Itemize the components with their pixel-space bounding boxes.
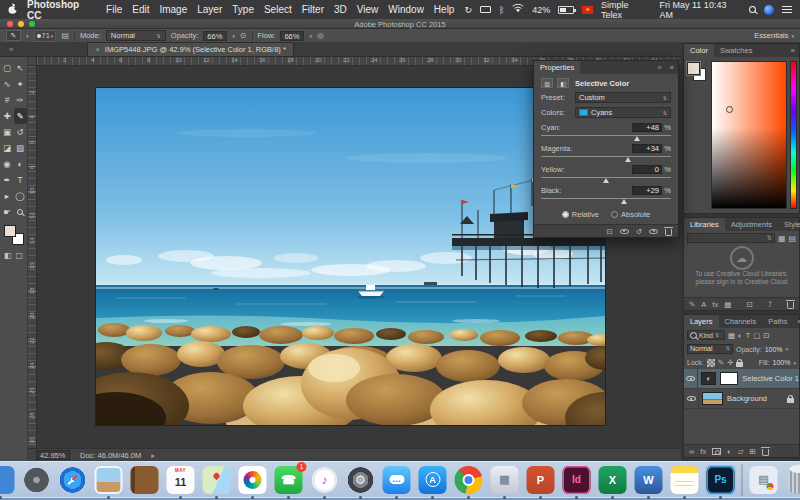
library-select[interactable]: ⇅ — [687, 233, 775, 243]
dock-preview[interactable] — [94, 465, 124, 495]
tool-crop[interactable]: # — [1, 92, 14, 108]
tab-libraries[interactable]: Libraries — [684, 218, 725, 231]
yellow-slider-thumb[interactable] — [603, 178, 609, 183]
menu-3d[interactable]: 3D — [334, 4, 347, 15]
cyan-value[interactable]: +48 — [632, 123, 662, 132]
photo-canvas[interactable] — [96, 88, 605, 425]
menu-view[interactable]: View — [357, 4, 379, 15]
relative-radio[interactable]: Relative — [562, 210, 599, 219]
filter-shape-icon[interactable]: ▢ — [753, 331, 760, 340]
link-layers-icon[interactable]: ∞ — [689, 447, 694, 456]
wifi-icon[interactable] — [512, 4, 524, 15]
screen-mode-icon[interactable]: ▢ — [16, 251, 24, 260]
tool-blur[interactable]: ◉ — [1, 156, 14, 172]
new-group-icon[interactable]: ▱ — [738, 447, 744, 456]
tab-close-icon[interactable]: × — [95, 45, 99, 54]
dock-system-preferences[interactable]: ⚙ — [346, 465, 376, 495]
apple-menu-icon[interactable] — [8, 3, 17, 16]
dock-trash[interactable] — [785, 465, 800, 495]
panel-menu-icon[interactable]: ≡ — [793, 315, 800, 328]
add-color-icon[interactable]: ▦ — [724, 300, 731, 309]
lock-position-icon[interactable]: ✛ — [727, 358, 733, 367]
tool-pen[interactable]: ✒ — [1, 172, 14, 188]
black-slider-thumb[interactable] — [621, 199, 627, 204]
airbrush-icon[interactable]: ◎ — [317, 31, 324, 40]
filter-kind-select[interactable]: Kind⇅ — [687, 330, 725, 340]
flow-caret-icon[interactable]: ▾ — [309, 33, 312, 39]
toggle-brush-panel-icon[interactable]: ▤ — [61, 31, 69, 40]
menu-clock[interactable]: Fri May 11 10:43 AM — [660, 0, 742, 20]
menu-type[interactable]: Type — [232, 4, 254, 15]
filter-smart-object-icon[interactable]: ⊡ — [763, 331, 769, 340]
tool-clone-stamp[interactable]: ▣ — [1, 124, 14, 140]
dock-safari[interactable] — [58, 465, 88, 495]
layer-opacity-value[interactable]: 100% — [765, 346, 783, 353]
adjustment-thumbnail[interactable]: ◐ — [701, 372, 716, 385]
list-view-icon[interactable]: ▤ — [788, 234, 796, 243]
blend-mode-select[interactable]: Normal⇅ — [106, 30, 166, 41]
ruler-corner[interactable] — [28, 57, 37, 66]
caret-down-icon[interactable]: ▾ — [786, 346, 789, 352]
mask-icon[interactable]: ◧ — [557, 78, 569, 88]
preset-select[interactable]: Custom⇅ — [575, 92, 671, 103]
display-icon[interactable] — [480, 6, 491, 13]
bluetooth-icon[interactable]: ᛒ — [499, 5, 504, 15]
tab-channels[interactable]: Channels — [719, 315, 763, 328]
dock-app-store[interactable]: A — [418, 465, 448, 495]
tool-rectangular-marquee[interactable]: ▢ — [1, 60, 14, 76]
tool-path-selection[interactable]: ▸ — [1, 188, 14, 204]
black-value[interactable]: +29 — [632, 186, 662, 195]
lock-all-icon[interactable] — [736, 362, 743, 367]
collapse-panel-icon[interactable]: » — [653, 61, 665, 74]
menu-file[interactable]: File — [106, 4, 122, 15]
document-tab[interactable]: × IMGP5448.JPG @ 42.9% (Selective Color … — [87, 42, 293, 56]
add-layer-mask-icon[interactable] — [712, 448, 721, 455]
dock-launchpad[interactable] — [22, 465, 52, 495]
dock-itunes[interactable]: ♪ — [310, 465, 340, 495]
dock-downloads[interactable]: ▤ — [749, 465, 779, 495]
tool-eyedropper[interactable]: ✑ — [14, 92, 27, 108]
view-previous-state-icon[interactable] — [620, 229, 629, 234]
tool-spot-healing[interactable]: ✚ — [1, 108, 14, 124]
add-character-style-icon[interactable]: A — [701, 300, 706, 309]
filter-pixel-icon[interactable]: ▦ — [728, 331, 735, 340]
quick-mask-icon[interactable]: ◧ — [4, 251, 12, 260]
tool-move[interactable]: ↖ — [14, 60, 27, 76]
tool-eraser[interactable]: ◪ — [1, 140, 14, 156]
input-source-label[interactable]: Simple Telex — [601, 0, 651, 20]
tool-dodge[interactable]: ◐ — [14, 156, 27, 172]
absolute-radio[interactable]: Absolute — [611, 210, 650, 219]
workspace-switcher[interactable]: Essentials ▾ — [754, 31, 794, 40]
fill-value[interactable]: 100% — [773, 359, 791, 366]
sync-icon[interactable]: ↻ — [464, 5, 472, 15]
dock-photos[interactable] — [238, 465, 268, 495]
vertical-ruler[interactable]: 24681012141618202224262830 — [28, 66, 37, 448]
dock-facetime[interactable]: ☎1 — [274, 465, 304, 495]
delete-layer-icon[interactable] — [762, 449, 769, 456]
tab-styles[interactable]: Styles — [778, 218, 800, 231]
dock-photoshop[interactable]: Ps — [706, 465, 736, 495]
dock-messages[interactable]: … — [382, 465, 412, 495]
grid-view-icon[interactable]: ▦ — [778, 234, 786, 243]
layer-blend-mode-select[interactable]: Normal⇅ — [687, 344, 733, 354]
tab-color[interactable]: Color — [684, 44, 714, 57]
tool-history-brush[interactable]: ↺ — [14, 124, 27, 140]
magenta-slider-track[interactable] — [541, 154, 671, 163]
delete-adjustment-icon[interactable] — [665, 229, 672, 236]
tab-swatches[interactable]: Swatches — [714, 44, 759, 57]
dock-contacts[interactable] — [130, 465, 160, 495]
dock-chrome[interactable] — [454, 465, 484, 495]
menu-help[interactable]: Help — [434, 4, 455, 15]
black-slider-track[interactable] — [541, 196, 671, 205]
filter-adjustment-icon[interactable]: ◐ — [738, 331, 743, 340]
sync-status-icon[interactable]: ⊡ — [746, 300, 752, 309]
saturation-brightness-field[interactable] — [711, 61, 787, 209]
lock-pixels-icon[interactable]: ✎ — [718, 358, 724, 367]
layer-visibility-toggle[interactable] — [684, 369, 698, 388]
tool-type[interactable]: T — [14, 172, 27, 188]
hue-slider[interactable] — [790, 61, 797, 209]
add-layer-style-icon[interactable]: fx — [712, 300, 718, 309]
tool-lasso[interactable]: ∿ — [1, 76, 14, 92]
brush-preset-picker[interactable]: 71 ▾ — [34, 30, 57, 42]
dock-maps[interactable] — [202, 465, 232, 495]
